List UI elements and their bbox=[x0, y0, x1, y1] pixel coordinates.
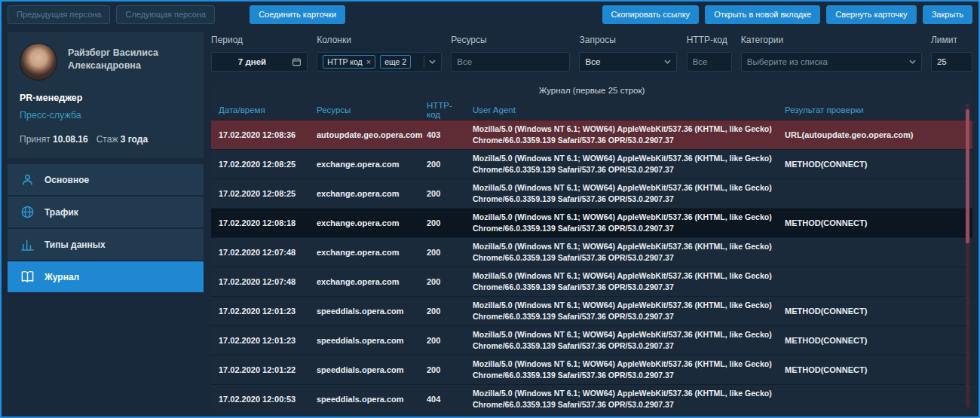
sidebar-item-traffic[interactable]: Трафик bbox=[8, 197, 204, 227]
close-button[interactable]: Закрыть bbox=[923, 5, 972, 24]
person-icon bbox=[20, 172, 35, 187]
collapse-card-button[interactable]: Свернуть карточку bbox=[826, 5, 916, 24]
table-row[interactable]: 17.02.2020 12:07:48exchange.opera.com200… bbox=[211, 237, 972, 267]
cell-check-result: METHOD(CONNECT) bbox=[785, 218, 960, 227]
table-row[interactable]: 17.02.2020 12:01:23speeddials.opera.com2… bbox=[211, 296, 972, 325]
merge-cards-button[interactable]: Соединить карточки bbox=[250, 5, 345, 24]
content-area: Райзберг Василиса Александровна PR-менед… bbox=[2, 27, 978, 416]
table-row[interactable]: 17.02.2020 12:07:48exchange.opera.com200… bbox=[211, 267, 972, 296]
scrollbar-thumb[interactable] bbox=[966, 109, 969, 243]
chip-label: HTTP код bbox=[327, 57, 363, 66]
copy-link-button[interactable]: Скопировать ссылку bbox=[602, 5, 700, 24]
cell-resource: autoupdate.geo.opera.com bbox=[317, 130, 427, 139]
journal-table: Журнал (первые 25 строк) Дата/время Ресу… bbox=[211, 81, 972, 413]
cell-check-result: METHOD(CONNECT) bbox=[785, 365, 960, 374]
divider bbox=[424, 56, 424, 68]
remove-chip-icon[interactable]: × bbox=[366, 58, 371, 66]
table-row[interactable]: 17.02.2020 12:00:53speeddials.opera.com4… bbox=[211, 384, 972, 413]
categories-label: Категории bbox=[741, 35, 922, 45]
cell-user-agent: Mozilla/5.0 (Windows NT 6.1; WOW64) Appl… bbox=[473, 124, 785, 145]
cell-user-agent: Mozilla/5.0 (Windows NT 6.1; WOW64) Appl… bbox=[473, 388, 785, 410]
cell-user-agent: Mozilla/5.0 (Windows NT 6.1; WOW64) Appl… bbox=[473, 270, 785, 292]
cell-user-agent: Mozilla/5.0 (Windows NT 6.1; WOW64) Appl… bbox=[473, 241, 785, 263]
period-label: Период bbox=[211, 35, 308, 45]
cell-resource: speeddials.opera.com bbox=[317, 307, 427, 316]
more-columns-chip[interactable]: еще 2 bbox=[380, 55, 411, 69]
cell-http-code: 200 bbox=[427, 160, 473, 169]
resources-input[interactable] bbox=[451, 52, 570, 72]
column-header-resources: Ресурсы bbox=[317, 105, 427, 114]
journal-panel: Период 7 дней Колонки HTTP код × bbox=[211, 32, 972, 413]
column-header-check-result: Результат проверки bbox=[785, 105, 960, 114]
toolbar-right-group: Скопировать ссылку Открыть в новой вклад… bbox=[602, 5, 972, 24]
cell-user-agent: Mozilla/5.0 (Windows NT 6.1; WOW64) Appl… bbox=[473, 153, 785, 175]
columns-multiselect[interactable]: HTTP код × еще 2 bbox=[317, 52, 442, 72]
cell-http-code: 200 bbox=[427, 218, 473, 227]
sidebar-item-journal[interactable]: Журнал bbox=[8, 261, 204, 292]
cell-resource: speeddials.opera.com bbox=[317, 365, 427, 374]
cell-check-result: METHOD(CONNECT) bbox=[785, 336, 960, 345]
tenure-value: 3 года bbox=[121, 134, 148, 145]
cell-resource: exchange.opera.com bbox=[317, 277, 427, 286]
table-title: Журнал (первые 25 строк) bbox=[211, 81, 972, 100]
sidebar-item-data-types[interactable]: Типы данных bbox=[8, 229, 204, 260]
table-row[interactable]: 17.02.2020 12:08:25exchange.opera.com200… bbox=[211, 149, 972, 178]
requests-label: Запросы bbox=[579, 35, 677, 45]
cell-http-code: 200 bbox=[427, 189, 473, 198]
http-code-label: HTTP-код bbox=[687, 35, 732, 45]
person-position: PR-менеджер bbox=[20, 93, 191, 103]
column-header-http-code: HTTP-код bbox=[427, 101, 473, 119]
categories-select[interactable]: Выберите из списка bbox=[741, 52, 922, 72]
limit-input[interactable] bbox=[931, 52, 972, 72]
cell-resource: speeddials.opera.com bbox=[317, 336, 427, 345]
open-new-tab-button[interactable]: Открыть в новой вкладке bbox=[705, 5, 820, 24]
cell-datetime: 17.02.2020 12:08:25 bbox=[219, 160, 317, 169]
cell-resource: exchange.opera.com bbox=[317, 218, 427, 227]
avatar bbox=[20, 43, 57, 81]
table-row[interactable]: 17.02.2020 12:01:22speeddials.opera.com2… bbox=[211, 355, 972, 384]
globe-icon bbox=[20, 205, 35, 219]
sidebar-menu: Основное Трафик Типы данных bbox=[8, 164, 204, 294]
prev-person-button[interactable]: Предыдущая персона bbox=[8, 5, 110, 24]
table-scrollbar[interactable] bbox=[966, 103, 969, 407]
period-value: 7 дней bbox=[217, 57, 287, 66]
table-row[interactable]: 17.02.2020 12:08:36autoupdate.geo.opera.… bbox=[211, 120, 972, 149]
data-types-icon bbox=[20, 237, 35, 252]
cell-datetime: 17.02.2020 12:01:22 bbox=[219, 365, 317, 374]
cell-resource: exchange.opera.com bbox=[317, 248, 427, 257]
table-header-row: Дата/время Ресурсы HTTP-код User Agent Р… bbox=[211, 100, 972, 120]
cell-check-result: METHOD(CONNECT) bbox=[785, 160, 960, 169]
cell-http-code: 200 bbox=[427, 365, 473, 374]
top-toolbar: Предыдущая персона Следующая персона Сое… bbox=[2, 2, 978, 27]
sidebar-item-label: Основное bbox=[44, 175, 89, 185]
sidebar: Райзберг Василиса Александровна PR-менед… bbox=[8, 32, 204, 413]
filters-bar: Период 7 дней Колонки HTTP код × bbox=[211, 32, 972, 81]
person-name: Райзберг Василиса Александровна bbox=[68, 43, 191, 72]
cell-resource: speeddials.opera.com bbox=[317, 395, 427, 404]
cell-http-code: 403 bbox=[427, 130, 473, 139]
person-meta: Принят 10.08.16 Стаж 3 года bbox=[20, 134, 191, 145]
column-chip-http-code[interactable]: HTTP код × bbox=[323, 55, 375, 69]
cell-datetime: 17.02.2020 12:08:36 bbox=[219, 130, 317, 139]
cell-user-agent: Mozilla/5.0 (Windows NT 6.1; WOW64) Appl… bbox=[473, 329, 785, 351]
http-code-input[interactable] bbox=[687, 52, 732, 72]
table-row[interactable]: 17.02.2020 12:08:25exchange.opera.com200… bbox=[211, 178, 972, 208]
requests-select[interactable]: Все bbox=[579, 52, 677, 72]
sidebar-item-main[interactable]: Основное bbox=[8, 164, 204, 195]
cell-http-code: 404 bbox=[427, 395, 473, 404]
column-header-datetime: Дата/время bbox=[219, 105, 317, 114]
next-person-button[interactable]: Следующая персона bbox=[116, 5, 215, 24]
cell-http-code: 200 bbox=[427, 248, 473, 257]
department-link[interactable]: Пресс-служба bbox=[20, 110, 191, 121]
table-row[interactable]: 17.02.2020 12:08:18exchange.opera.com200… bbox=[211, 208, 972, 237]
cell-user-agent: Mozilla/5.0 (Windows NT 6.1; WOW64) Appl… bbox=[473, 182, 785, 204]
period-picker[interactable]: 7 дней bbox=[211, 52, 308, 72]
limit-label: Лимит bbox=[931, 35, 972, 45]
hired-date: 10.08.16 bbox=[53, 134, 88, 145]
cell-datetime: 17.02.2020 12:07:48 bbox=[219, 277, 317, 286]
tenure-label: Стаж bbox=[96, 134, 118, 145]
table-body: 17.02.2020 12:08:36autoupdate.geo.opera.… bbox=[211, 120, 972, 413]
profile-card: Райзберг Василиса Александровна PR-менед… bbox=[8, 32, 204, 158]
table-row[interactable]: 17.02.2020 12:01:23speeddials.opera.com2… bbox=[211, 325, 972, 355]
cell-http-code: 200 bbox=[427, 307, 473, 316]
